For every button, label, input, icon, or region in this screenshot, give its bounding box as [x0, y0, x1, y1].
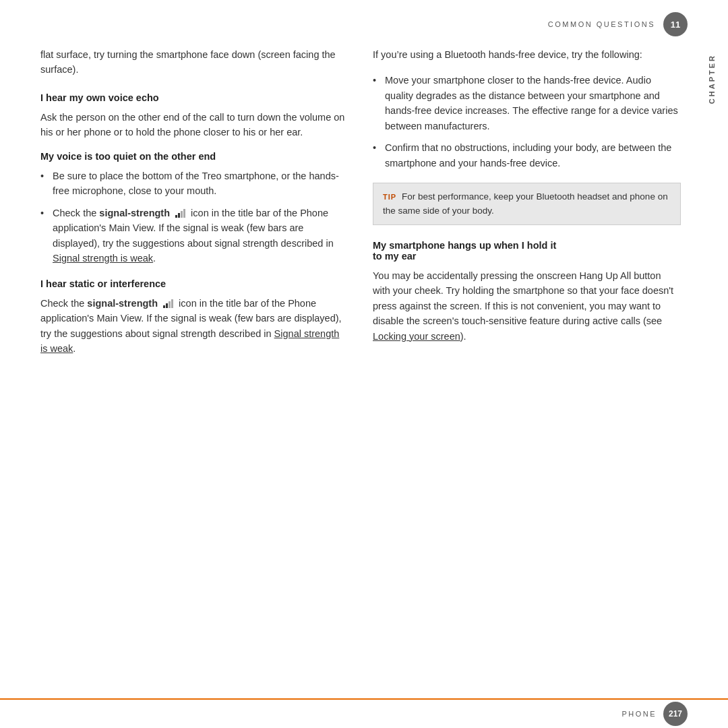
- section-label: COMMON QUESTIONS: [548, 20, 655, 28]
- right-column: If you’re using a Bluetooth hands-free d…: [373, 40, 681, 688]
- bullet-text-1: Be sure to place the bottom of the Treo …: [53, 171, 339, 196]
- smartphone-hangs-body: You may be accidentally pressing the ons…: [373, 268, 681, 344]
- list-item: Move your smartphone closer to the hands…: [373, 73, 681, 133]
- signal-bars-icon: [175, 209, 185, 218]
- bluetooth-bullet-2: Confirm that no obstructions, including …: [385, 142, 671, 168]
- left-column: flat surface, try turning the smartphone…: [40, 40, 348, 688]
- voice-quiet-heading: My voice is too quiet on the other end: [40, 151, 348, 162]
- bluetooth-bullets: Move your smartphone closer to the hands…: [373, 73, 681, 171]
- tip-text: For best performance, keep your Bluetoot…: [383, 191, 668, 215]
- signal-strength-icon-2: [162, 299, 175, 308]
- heading-line-2: to my ear: [373, 251, 416, 262]
- tip-label: TIP: [383, 193, 396, 201]
- right-intro-text: If you’re using a Bluetooth hands-free d…: [373, 47, 681, 62]
- list-item: Be sure to place the bottom of the Treo …: [40, 169, 348, 199]
- signal-strength-link-2[interactable]: Signal strength is weak: [40, 328, 339, 354]
- page-number-badge: 217: [663, 702, 688, 726]
- voice-quiet-bullets: Be sure to place the bottom of the Treo …: [40, 169, 348, 266]
- left-intro-text: flat surface, try turning the smartphone…: [40, 47, 348, 78]
- heading-line-1: My smartphone hangs up when I hold it: [373, 240, 556, 251]
- voice-echo-body: Ask the person on the other end of the c…: [40, 110, 348, 140]
- bottom-bar: PHONE 217: [0, 698, 728, 728]
- chapter-sidebar-label: CHAPTER: [708, 54, 716, 104]
- signal-strength-icon: [174, 209, 187, 218]
- smartphone-hangs-heading: My smartphone hangs up when I hold it to…: [373, 240, 681, 262]
- list-item: Check the signal-strength icon in the ti…: [40, 206, 348, 266]
- static-interference-body: Check the signal-strength icon in the ti…: [40, 296, 348, 357]
- bluetooth-bullet-1: Move your smartphone closer to the hands…: [385, 75, 678, 131]
- top-header: COMMON QUESTIONS 11: [548, 12, 688, 36]
- tip-box: TIP For best performance, keep your Blue…: [373, 183, 681, 225]
- list-item: Confirm that no obstructions, including …: [373, 140, 681, 171]
- chapter-number-badge: 11: [663, 12, 688, 36]
- footer-label: PHONE: [621, 710, 657, 718]
- main-content: flat surface, try turning the smartphone…: [40, 40, 681, 688]
- static-interference-heading: I hear static or interference: [40, 278, 348, 289]
- voice-echo-heading: I hear my own voice echo: [40, 92, 348, 103]
- signal-bars-icon-2: [163, 299, 173, 308]
- bullet-text-2: Check the signal-strength icon in the ti…: [53, 208, 334, 264]
- signal-strength-link-1[interactable]: Signal strength is weak: [53, 253, 153, 264]
- locking-screen-link[interactable]: Locking your screen: [373, 331, 460, 342]
